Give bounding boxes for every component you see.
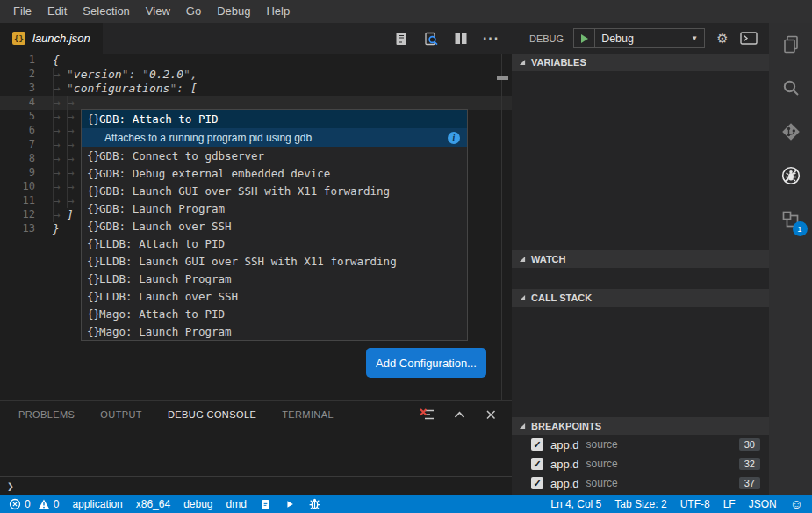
status-item-utf-8[interactable]: UTF-8 — [680, 498, 710, 510]
whitespace-tab: → — [53, 82, 67, 96]
suggest-item[interactable]: {}Mago: Launch Program — [82, 322, 467, 340]
source-control-icon[interactable] — [780, 121, 801, 142]
snippet-icon: {} — [82, 112, 99, 126]
suggest-item[interactable]: {}LLDB: Launch Program — [82, 270, 467, 287]
menu-item-file[interactable]: File — [5, 0, 40, 23]
suggest-item-label: GDB: Launch Program — [99, 202, 225, 215]
line-number: 9 — [0, 166, 35, 180]
code-token: 0.2.0 — [149, 68, 183, 82]
suggest-item[interactable]: {}GDB: Launch GUI over SSH with X11 forw… — [82, 182, 467, 199]
line-number: 8 — [0, 152, 35, 166]
watch-body — [512, 268, 769, 289]
code-editor[interactable]: 1{2→"version": "0.2.0",3→"configurations… — [0, 54, 512, 400]
extensions-icon[interactable]: 1 — [780, 209, 801, 230]
suggest-item[interactable]: {}GDB: Debug external embedded device — [82, 164, 467, 182]
chevron-down-icon: ▼ — [691, 34, 698, 42]
feedback-smiley-icon[interactable]: ☺ — [790, 497, 803, 510]
debug-configuration-select[interactable]: Debug ▼ — [595, 29, 704, 47]
status-bug-icon[interactable] — [308, 497, 321, 510]
twistie-icon — [519, 423, 526, 430]
whitespace-tab: → — [67, 124, 81, 138]
section-header-breakpoints[interactable]: BREAKPOINTS — [512, 417, 769, 435]
suggest-item-label: LLDB: Launch GUI over SSH with X11 forwa… — [99, 255, 397, 268]
line-number: 4 — [0, 96, 35, 110]
add-configuration-button[interactable]: Add Configuration... — [366, 348, 486, 378]
menu-item-go[interactable]: Go — [178, 0, 209, 23]
status-item-dmd[interactable]: dmd — [226, 498, 247, 510]
code-line[interactable]: 1{ — [0, 54, 512, 68]
menu-item-debug[interactable]: Debug — [209, 0, 258, 23]
status-item-tab-size-2[interactable]: Tab Size: 2 — [614, 498, 666, 510]
debug-toolbar: DEBUG Debug ▼ ⚙ — [512, 23, 769, 54]
snippet-icon: {} — [82, 167, 99, 180]
tab-launch-json[interactable]: {} launch.json — [0, 23, 103, 54]
suggest-item-selected[interactable]: {} GDB: Attach to PID — [82, 110, 467, 128]
debug-configuration-value: Debug — [601, 33, 634, 45]
breakpoint-row[interactable]: ✓app.dsource37 — [512, 473, 769, 493]
start-debugging-button[interactable] — [574, 29, 595, 47]
line-content: } — [35, 222, 60, 236]
menu-item-view[interactable]: View — [138, 0, 178, 23]
suggest-item[interactable]: {}GDB: Launch Program — [82, 199, 467, 217]
editor-actions: ··· — [393, 23, 512, 54]
suggest-item[interactable]: {}GDB: Launch over SSH — [82, 217, 467, 235]
suggest-item[interactable]: {}LLDB: Attach to PID — [82, 235, 467, 252]
split-editor-icon[interactable] — [453, 31, 469, 47]
search-icon[interactable] — [780, 77, 801, 98]
menu-item-edit[interactable]: Edit — [40, 0, 75, 23]
code-token: [ — [190, 82, 198, 96]
code-line[interactable]: 3→"configurations": [ — [0, 82, 512, 96]
line-number: 2 — [0, 68, 35, 82]
problems-status[interactable]: 0 0 — [9, 498, 59, 510]
panel-tab-output[interactable]: OUTPUT — [99, 407, 143, 423]
code-line[interactable]: 2→"version": "0.2.0", — [0, 68, 512, 82]
suggest-item[interactable]: {}LLDB: Launch GUI over SSH with X11 for… — [82, 252, 467, 270]
status-item-json[interactable]: JSON — [749, 498, 777, 510]
debug-console-toggle-icon[interactable] — [740, 31, 758, 46]
suggest-widget: {} GDB: Attach to PID Attaches to a runn… — [81, 109, 468, 341]
whitespace-tab: → — [53, 110, 67, 124]
panel-tab-problems[interactable]: PROBLEMS — [18, 407, 75, 423]
suggest-item[interactable]: {}Mago: Attach to PID — [82, 305, 467, 322]
code-line[interactable]: 4→→ — [0, 96, 512, 110]
suggest-item[interactable]: {}LLDB: Launch over SSH — [82, 287, 467, 305]
status-document-icon[interactable] — [260, 498, 271, 510]
configure-gear-icon[interactable]: ⚙ — [716, 32, 728, 45]
panel-tab-terminal[interactable]: TERMINAL — [281, 407, 334, 423]
breakpoint-checkbox[interactable]: ✓ — [531, 458, 543, 470]
explorer-icon[interactable] — [780, 33, 801, 54]
info-icon[interactable]: i — [448, 132, 460, 144]
debug-console-input[interactable]: ❯ — [0, 476, 512, 495]
section-header-variables[interactable]: VARIABLES — [512, 54, 769, 71]
code-token: : — [128, 68, 142, 82]
status-item-lf[interactable]: LF — [723, 498, 736, 510]
panel-tab-debug-console[interactable]: DEBUG CONSOLE — [167, 407, 257, 423]
close-panel-icon[interactable] — [484, 408, 498, 422]
section-title: CALL STACK — [531, 293, 592, 303]
breakpoint-row[interactable]: ✓app.dsource32 — [512, 454, 769, 473]
menu-item-selection[interactable]: Selection — [75, 0, 137, 23]
status-item-debug[interactable]: debug — [183, 498, 212, 510]
status-run-icon[interactable] — [284, 498, 295, 510]
section-header-call-stack[interactable]: CALL STACK — [512, 289, 769, 307]
breakpoint-checkbox[interactable]: ✓ — [531, 477, 543, 489]
vscode-window: FileEditSelectionViewGoDebugHelp {} laun… — [0, 0, 812, 513]
status-item-ln-4-col-5[interactable]: Ln 4, Col 5 — [550, 498, 601, 510]
suggest-selected-label: GDB: Attach to PID — [99, 112, 218, 126]
clear-console-icon[interactable] — [419, 407, 435, 423]
debug-icon[interactable] — [780, 165, 801, 186]
breakpoint-checkbox[interactable]: ✓ — [531, 438, 543, 451]
status-item-x86_64[interactable]: x86_64 — [136, 498, 170, 510]
breakpoint-row[interactable]: ✓app.dsource30 — [512, 435, 769, 454]
breakpoint-origin: source — [586, 438, 618, 451]
open-settings-file-icon[interactable] — [393, 31, 409, 47]
section-header-watch[interactable]: WATCH — [512, 250, 769, 268]
menu-item-help[interactable]: Help — [258, 0, 298, 23]
open-preview-search-icon[interactable] — [423, 31, 439, 47]
status-item-application[interactable]: application — [72, 498, 122, 510]
maximize-panel-icon[interactable] — [451, 407, 468, 423]
more-actions-icon[interactable]: ··· — [483, 34, 499, 43]
suggest-item[interactable]: {}GDB: Connect to gdbserver — [82, 147, 467, 164]
whitespace-tab: → — [67, 138, 81, 152]
code-token: " — [183, 68, 190, 82]
